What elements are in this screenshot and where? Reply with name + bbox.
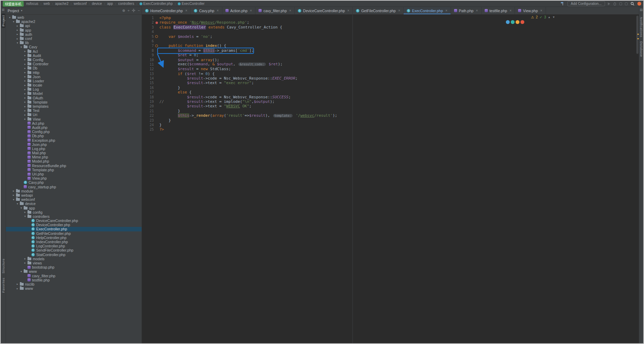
tree-item-www[interactable]: ▸www bbox=[6, 286, 142, 290]
chevron-right-icon[interactable]: ▸ bbox=[23, 100, 27, 104]
tree-item-LogController.php[interactable]: CLogController.php bbox=[6, 244, 142, 248]
tree-item-web[interactable]: ▾web bbox=[6, 15, 142, 19]
breadcrumb-item[interactable]: device bbox=[92, 2, 102, 6]
tool-window-button-favorites[interactable]: Favorites bbox=[1, 278, 5, 293]
chevron-right-icon[interactable]: ▸ bbox=[23, 71, 27, 74]
add-configuration-button[interactable]: Add Configuration... bbox=[567, 1, 605, 6]
tree-item-Controller[interactable]: ▸Controller bbox=[6, 62, 142, 66]
tree-item-apache2[interactable]: ▾apache2 bbox=[6, 19, 142, 24]
tree-item-lib[interactable]: ▾lib bbox=[6, 41, 142, 45]
tree-item-Json[interactable]: ▸Json bbox=[6, 75, 142, 79]
chevron-right-icon[interactable]: ▸ bbox=[23, 84, 27, 87]
tree-item-nsclib[interactable]: ▸nsclib bbox=[6, 282, 142, 286]
code-line[interactable]: 25?> bbox=[142, 127, 639, 132]
tree-item-app[interactable]: ▸app bbox=[6, 28, 142, 32]
chevron-right-icon[interactable]: ▸ bbox=[23, 79, 27, 82]
tab-Action.php[interactable]: Action.php× bbox=[222, 7, 255, 14]
tool-window-button-notifications[interactable]: Notifications bbox=[639, 17, 643, 37]
code-line[interactable]: 1<?php bbox=[142, 16, 639, 20]
tree-item-ExecController.php[interactable]: CExecController.php bbox=[6, 227, 142, 231]
tool-window-button-structure[interactable]: Structure bbox=[1, 259, 5, 273]
tree-item-Acl[interactable]: ▸Acl bbox=[6, 49, 142, 54]
tree-item-models[interactable]: ▸models bbox=[6, 257, 142, 261]
tree-item-webapi[interactable]: ▸webapi bbox=[6, 193, 142, 197]
tree-item-SendFileController.php[interactable]: CSendFileController.php bbox=[6, 248, 142, 252]
tree-item-templates[interactable]: ▸templates bbox=[6, 104, 142, 108]
close-tab-icon[interactable]: × bbox=[540, 9, 542, 13]
tree-item-View.php[interactable]: View.php bbox=[6, 176, 142, 180]
chevron-right-icon[interactable]: ▸ bbox=[16, 37, 19, 40]
code-line[interactable]: 11 exec($command, & $output, &result_cod… bbox=[142, 62, 639, 67]
close-tab-icon[interactable]: × bbox=[398, 9, 400, 13]
breadcrumb-item[interactable]: apache2 bbox=[55, 2, 68, 6]
tree-item-bootstrap.php[interactable]: bootstrap.php bbox=[6, 265, 142, 269]
tree-item-Template[interactable]: ▸Template bbox=[6, 100, 142, 104]
code-line[interactable]: 13 if ($ret != 0) { bbox=[142, 72, 639, 76]
tree-item-Db.php[interactable]: Db.php bbox=[6, 134, 142, 138]
tab-cavy_filter.php[interactable]: cavy_filter.php× bbox=[255, 7, 295, 14]
expand-collapse-icon[interactable]: ÷ bbox=[128, 9, 130, 13]
breadcrumb-item[interactable]: ExecController bbox=[178, 2, 205, 6]
breadcrumb-item[interactable]: ExecController.php bbox=[140, 2, 173, 6]
tree-item-Json.php[interactable]: Json.php bbox=[6, 142, 142, 147]
search-icon[interactable] bbox=[630, 2, 635, 6]
chevron-right-icon[interactable]: ▸ bbox=[23, 257, 27, 260]
chevron-right-icon[interactable]: ▸ bbox=[23, 92, 27, 95]
tree-item-device[interactable]: ▾device bbox=[6, 202, 142, 206]
tab-testfile.php[interactable]: testfile.php× bbox=[482, 7, 515, 14]
chevron-right-icon[interactable]: ▸ bbox=[16, 287, 19, 290]
run-icon[interactable] bbox=[608, 2, 610, 5]
tree-item-Config[interactable]: ▸Config bbox=[6, 58, 142, 62]
tree-item-IndexController.php[interactable]: CIndexController.php bbox=[6, 240, 142, 244]
tree-item-Model[interactable]: ▸Model bbox=[6, 91, 142, 96]
chevron-right-icon[interactable]: ▸ bbox=[23, 88, 27, 91]
tree-item-Test[interactable]: ▸Test bbox=[6, 108, 142, 113]
code-line[interactable]: 18 $result->code = Nsc_Websvc_Response::… bbox=[142, 95, 639, 99]
tree-item-webconf[interactable]: ▾webconf bbox=[6, 197, 142, 202]
close-tab-icon[interactable]: × bbox=[347, 9, 349, 13]
tree-item-HelpController.php[interactable]: CHelpController.php bbox=[6, 236, 142, 240]
close-tab-icon[interactable]: × bbox=[445, 9, 447, 13]
tab-ExecController.php[interactable]: CExecController.php× bbox=[404, 7, 451, 14]
breadcrumb-item[interactable]: web bbox=[43, 2, 50, 6]
tab-DeviceCareController.php[interactable]: CDeviceCareController.php× bbox=[295, 7, 353, 14]
code-line[interactable]: 16 } bbox=[142, 85, 639, 90]
profiler-icon[interactable] bbox=[625, 2, 628, 5]
code-line[interactable]: 19// $result->text = implode("\n",$outpu… bbox=[142, 99, 639, 104]
colored-dot-icon[interactable] bbox=[516, 20, 519, 24]
chevron-right-icon[interactable]: ▸ bbox=[16, 28, 19, 32]
build-hammer-icon[interactable] bbox=[560, 2, 565, 6]
code-line[interactable]: 17 else { bbox=[142, 90, 639, 95]
code-editor[interactable]: 1<?php2require_once 'Nsc/Websvc/Response… bbox=[142, 15, 639, 343]
tree-item-Log.php[interactable]: Log.php bbox=[6, 147, 142, 151]
tree-item-Cavy.php[interactable]: CCavy.php bbox=[6, 180, 142, 185]
tab-View.php[interactable]: View.php× bbox=[515, 7, 546, 14]
chevron-right-icon[interactable]: ▸ bbox=[23, 109, 27, 112]
chevron-down-icon[interactable]: ▾ bbox=[23, 215, 27, 218]
tree-item-GetFileController.php[interactable]: CGetFileController.php bbox=[6, 231, 142, 236]
editor-scrollbar[interactable] bbox=[636, 16, 638, 54]
override-marker-icon[interactable] bbox=[154, 35, 159, 38]
chevron-down-icon[interactable]: ▾ bbox=[12, 198, 15, 201]
code-line[interactable]: 21 } bbox=[142, 109, 639, 113]
chevron-right-icon[interactable]: ▸ bbox=[23, 261, 27, 264]
tree-item-locale[interactable]: ▸locale bbox=[6, 83, 142, 87]
override-marker-icon[interactable] bbox=[154, 44, 159, 47]
code-line[interactable]: 23 } bbox=[142, 118, 639, 123]
tool-window-button-project[interactable]: Project bbox=[1, 14, 5, 28]
code-line[interactable]: 22 $this->_render(array('result'=>$resul… bbox=[142, 113, 639, 118]
close-tab-icon[interactable]: × bbox=[510, 9, 512, 13]
tree-item-View[interactable]: ▸View bbox=[6, 117, 142, 121]
chevron-right-icon[interactable]: ▸ bbox=[23, 117, 27, 121]
debug-icon[interactable] bbox=[613, 2, 617, 6]
tree-item-conf[interactable]: ▸conf bbox=[6, 36, 142, 41]
chevron-right-icon[interactable]: ▸ bbox=[12, 189, 15, 193]
chevron-down-icon[interactable]: ▼ bbox=[21, 9, 23, 12]
chevron-down-icon[interactable]: ▾ bbox=[19, 46, 23, 49]
close-tab-icon[interactable]: × bbox=[250, 9, 252, 13]
hide-panel-icon[interactable]: − bbox=[138, 9, 140, 13]
prev-issue-icon[interactable]: ▲ bbox=[548, 16, 550, 19]
tree-item-Db[interactable]: ▸Db bbox=[6, 66, 142, 70]
breadcrumb-item[interactable]: webconf bbox=[74, 2, 87, 6]
chevron-right-icon[interactable]: ▸ bbox=[23, 54, 27, 57]
